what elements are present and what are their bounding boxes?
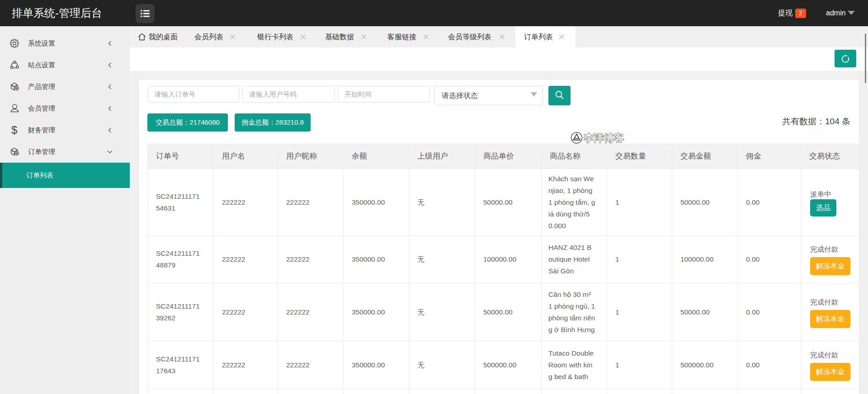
svg-text:李洋博客: 李洋博客 xyxy=(584,132,624,144)
